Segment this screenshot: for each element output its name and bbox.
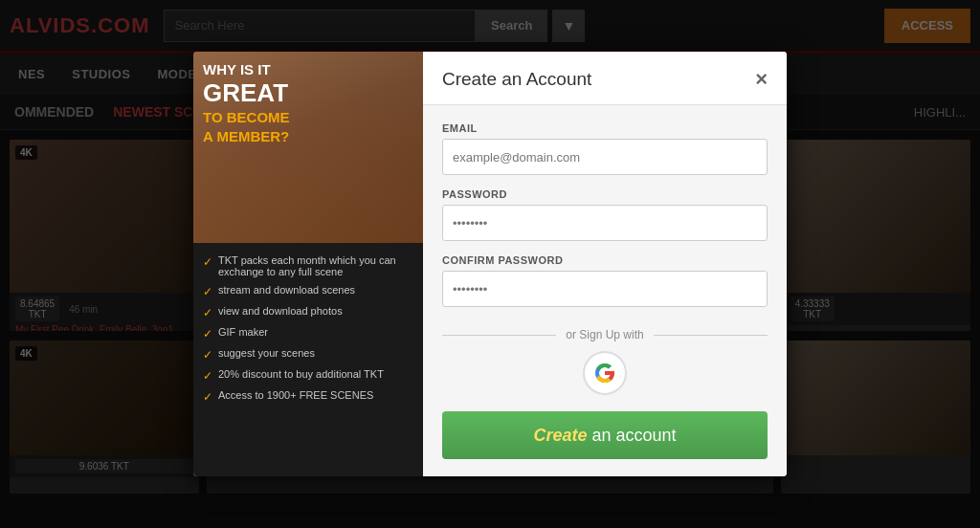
- promo-panel: WHY IS IT GREAT TO BECOMEA MEMBER? ✓ TKT…: [193, 52, 423, 476]
- benefit-text-5: suggest your scenes: [218, 347, 315, 359]
- social-login-area: [442, 351, 768, 395]
- benefit-item-6: ✓ 20% discount to buy additional TKT: [203, 368, 413, 383]
- benefit-item-1: ✓ TKT packs each month which you can exc…: [203, 254, 413, 277]
- password-label: PASSWORD: [442, 188, 768, 200]
- check-icon-1: ✓: [203, 255, 212, 269]
- benefit-text-3: view and download photos: [218, 305, 343, 317]
- form-body: EMAIL PASSWORD CONFIRM PASSWORD or Sign …: [423, 105, 787, 476]
- promo-image: WHY IS IT GREAT TO BECOMEA MEMBER?: [193, 52, 423, 243]
- promo-great-text: GREAT: [203, 78, 290, 108]
- benefit-item-3: ✓ view and download photos: [203, 305, 413, 319]
- modal-close-button[interactable]: ×: [755, 69, 768, 90]
- benefit-item-4: ✓ GIF maker: [203, 326, 413, 341]
- benefit-text-6: 20% discount to buy additional TKT: [218, 368, 384, 380]
- check-icon-7: ✓: [203, 390, 212, 404]
- check-icon-3: ✓: [203, 306, 212, 319]
- create-button-italic: Create: [533, 426, 587, 445]
- create-account-button[interactable]: Create an account: [442, 411, 768, 459]
- check-icon-6: ✓: [203, 369, 212, 383]
- google-login-button[interactable]: [583, 351, 627, 395]
- or-separator: or Sign Up with: [442, 328, 768, 341]
- email-label: EMAIL: [442, 122, 768, 134]
- benefit-text-7: Access to 1900+ FREE SCENES: [218, 389, 373, 401]
- email-input[interactable]: [442, 139, 768, 175]
- benefit-item-5: ✓ suggest your scenes: [203, 347, 413, 362]
- password-input[interactable]: [442, 205, 768, 241]
- benefit-text-2: stream and download scenes: [218, 284, 355, 296]
- promo-title: WHY IS IT GREAT TO BECOMEA MEMBER?: [203, 61, 290, 145]
- create-button-rest: an account: [587, 426, 676, 445]
- modal-header: Create an Account ×: [423, 52, 787, 105]
- benefit-item-7: ✓ Access to 1900+ FREE SCENES: [203, 389, 413, 404]
- benefit-item-2: ✓ stream and download scenes: [203, 284, 413, 298]
- confirm-password-input[interactable]: [442, 271, 768, 307]
- benefit-text-1: TKT packs each month which you can excha…: [218, 254, 413, 277]
- or-line-right: [654, 335, 768, 336]
- check-icon-5: ✓: [203, 348, 212, 362]
- promo-become-text: TO BECOMEA MEMBER?: [203, 108, 290, 145]
- or-line-left: [442, 335, 556, 336]
- modal-create-account: WHY IS IT GREAT TO BECOMEA MEMBER? ✓ TKT…: [193, 52, 787, 476]
- or-text: or Sign Up with: [566, 328, 643, 341]
- promo-why-text: WHY IS IT: [203, 61, 271, 77]
- promo-benefits: ✓ TKT packs each month which you can exc…: [193, 243, 423, 422]
- check-icon-2: ✓: [203, 285, 212, 298]
- form-panel: Create an Account × EMAIL PASSWORD CONFI…: [423, 52, 787, 476]
- confirm-password-label: CONFIRM PASSWORD: [442, 254, 768, 266]
- check-icon-4: ✓: [203, 327, 212, 341]
- google-icon: [593, 362, 616, 385]
- benefit-text-4: GIF maker: [218, 326, 268, 338]
- modal-title: Create an Account: [442, 69, 591, 90]
